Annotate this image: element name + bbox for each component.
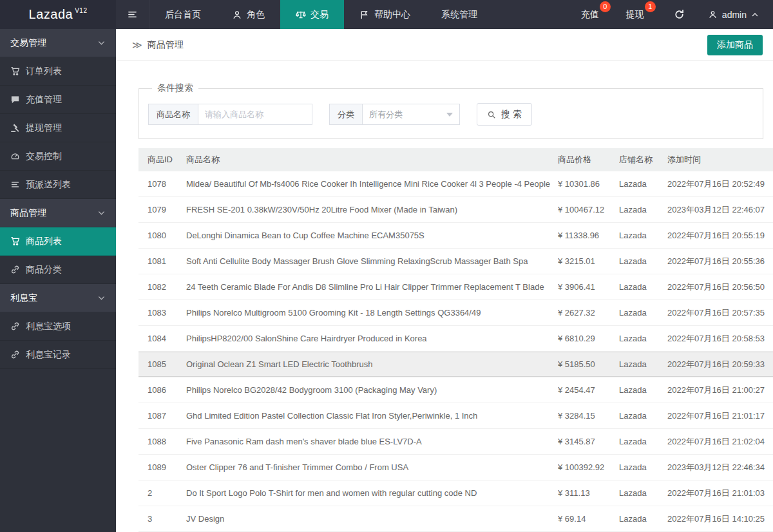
col-shop-name: 店铺名称	[619, 154, 667, 166]
cell-product-id: 1089	[148, 462, 186, 472]
cell-added-time: 2022年07月16日 20:55:36	[667, 256, 773, 267]
sidebar-item-interest-options[interactable]: 利息宝选项	[0, 312, 116, 341]
table-row[interactable]: 1078Midea/ Beautiful Of Mb-fs4006 Rice C…	[138, 171, 773, 197]
cell-shop-name: Lazada	[619, 359, 667, 369]
recharge-label: 充值	[581, 9, 599, 21]
withdraw-notifications[interactable]: 提现 1	[617, 0, 653, 29]
table-row[interactable]: 2Do It Sport Logo Polo T-Shirt for men a…	[138, 480, 773, 506]
table-row[interactable]: 1084PhilipsHP8202/00 SalonShine Care Hai…	[138, 326, 773, 352]
brand-logo: Lazada V12	[0, 0, 116, 29]
product-name-input[interactable]	[198, 104, 312, 125]
gavel-icon	[10, 123, 20, 133]
cell-price: ¥ 69.14	[558, 514, 619, 524]
sidebar-group-product-management[interactable]: 商品管理	[0, 199, 116, 227]
cell-product-id: 1082	[148, 282, 186, 292]
cell-shop-name: Lazada	[619, 462, 667, 472]
cell-shop-name: Lazada	[619, 179, 667, 189]
sidebar-toggle-button[interactable]	[116, 0, 149, 29]
nav-item-trade[interactable]: 交易	[280, 0, 344, 29]
recharge-badge: 0	[600, 1, 611, 12]
link-icon	[10, 350, 20, 359]
sidebar-item-order-list[interactable]: 订单列表	[0, 57, 116, 86]
cell-product-id: 1080	[148, 231, 186, 240]
cell-price: ¥ 11338.96	[558, 231, 619, 240]
sidebar-item-trade-control[interactable]: 交易控制	[0, 142, 116, 171]
table-row[interactable]: 1089Oster Clipper 76 and T-finisher Trim…	[138, 455, 773, 480]
cell-shop-name: Lazada	[619, 256, 667, 266]
comment-icon	[10, 95, 20, 104]
cell-added-time: 2022年07月16日 20:52:49	[667, 178, 773, 190]
sidebar-group-interest-treasure[interactable]: 利息宝	[0, 284, 116, 312]
product-name-label: 商品名称	[148, 104, 198, 125]
page-title: 商品管理	[148, 39, 184, 51]
col-price: 商品价格	[558, 154, 619, 166]
chevron-down-icon	[446, 113, 453, 117]
cell-price: ¥ 100467.12	[558, 205, 619, 214]
cell-price: ¥ 3906.41	[558, 282, 619, 292]
recharge-notifications[interactable]: 充值 0	[572, 0, 608, 29]
breadcrumb-arrow-icon: ≫	[132, 39, 142, 51]
cell-product-name: Original Oclean Z1 Smart LED Electric To…	[186, 359, 558, 369]
cell-added-time: 2022年07月16日 21:01:03	[667, 488, 773, 499]
table-row[interactable]: 3JV Design¥ 69.14Lazada2022年07月16日 14:10…	[138, 506, 773, 532]
sidebar-item-product-list[interactable]: 商品列表	[0, 227, 116, 256]
cell-added-time: 2022年07月16日 20:57:35	[667, 307, 773, 319]
nav-item-label: 帮助中心	[374, 9, 410, 21]
cell-product-id: 1081	[148, 256, 186, 266]
user-menu[interactable]: admin	[696, 0, 773, 29]
cell-price: ¥ 100392.92	[558, 462, 619, 472]
sidebar-group-label: 交易管理	[10, 37, 46, 49]
sidebar-item-interest-records[interactable]: 利息宝记录	[0, 341, 116, 369]
withdraw-badge: 1	[645, 1, 656, 12]
add-product-button[interactable]: 添加商品	[707, 35, 763, 55]
table-row[interactable]: 1085Original Oclean Z1 Smart LED Electri…	[138, 352, 773, 377]
table-body: 1078Midea/ Beautiful Of Mb-fs4006 Rice C…	[138, 171, 773, 532]
cell-added-time: 2023年03月12日 22:46:34	[667, 462, 773, 473]
brand-version: V12	[75, 7, 87, 14]
cell-price: ¥ 6810.29	[558, 334, 619, 343]
table-row[interactable]: 1087Ghd Limited Edition Pastel Collectio…	[138, 403, 773, 429]
cell-product-name: Soft Anti Cellulite Body Massager Brush …	[186, 256, 558, 266]
nav-item-roles[interactable]: 角色	[216, 0, 280, 29]
nav-item-label: 交易	[310, 9, 329, 21]
nav-item-label: 后台首页	[165, 9, 201, 21]
table-row[interactable]: 108224 Teeth Ceramic Blade For Andis D8 …	[138, 274, 773, 300]
sidebar-item-predelivery-list[interactable]: 预派送列表	[0, 171, 116, 199]
sidebar-item-recharge-management[interactable]: 充值管理	[0, 86, 116, 114]
sidebar-item-label: 交易控制	[26, 151, 62, 162]
cell-price: ¥ 3215.01	[558, 256, 619, 266]
cell-shop-name: Lazada	[619, 231, 667, 240]
cell-product-id: 2	[148, 488, 186, 498]
refresh-button[interactable]	[662, 0, 696, 29]
cell-added-time: 2022年07月16日 20:59:33	[667, 359, 773, 370]
table-row[interactable]: 1081Soft Anti Cellulite Body Massager Br…	[138, 249, 773, 274]
nav-item-home[interactable]: 后台首页	[149, 0, 216, 29]
sidebar-item-label: 订单列表	[26, 66, 62, 77]
cell-product-name: Philips Norelco Multigroom 5100 Grooming…	[186, 308, 558, 318]
table-row[interactable]: 1086Philips Norelco BG2028/42 Bodygroom …	[138, 377, 773, 403]
user-icon	[708, 10, 718, 19]
table-row[interactable]: 1083Philips Norelco Multigroom 5100 Groo…	[138, 300, 773, 326]
sidebar: 交易管理订单列表充值管理提现管理交易控制预派送列表商品管理商品列表商品分类利息宝…	[0, 29, 116, 532]
username: admin	[722, 10, 747, 20]
sidebar-item-withdraw-management[interactable]: 提现管理	[0, 114, 116, 142]
breadcrumb: ≫ 商品管理	[132, 39, 184, 51]
table-row[interactable]: 1088Five Panasonic Ram dash men's shaver…	[138, 429, 773, 455]
topbar-right: 充值 0 提现 1 admin	[572, 0, 773, 29]
sidebar-item-product-category[interactable]: 商品分类	[0, 256, 116, 284]
nav-item-system[interactable]: 系统管理	[426, 0, 493, 29]
chevron-up-icon	[751, 11, 759, 19]
category-label: 分类	[329, 104, 362, 125]
table-row[interactable]: 1080DeLonghi Dinamica Bean to Cup Coffee…	[138, 223, 773, 249]
search-button[interactable]: 搜 索	[477, 103, 532, 126]
chevron-down-icon	[97, 39, 106, 47]
chevron-down-icon	[97, 294, 106, 302]
nav-item-label: 角色	[247, 9, 265, 21]
table-header-row: 商品ID商品名称商品价格店铺名称添加时间	[138, 148, 773, 171]
sidebar-item-label: 商品分类	[26, 264, 62, 276]
sidebar-group-trade-management[interactable]: 交易管理	[0, 29, 116, 57]
nav-item-help-center[interactable]: 帮助中心	[344, 0, 426, 29]
cell-product-id: 1087	[148, 411, 186, 421]
table-row[interactable]: 1079FRESH SE-201 0.38kW/230V/50Hz 20Litr…	[138, 197, 773, 223]
category-select[interactable]: 所有分类	[362, 104, 460, 125]
